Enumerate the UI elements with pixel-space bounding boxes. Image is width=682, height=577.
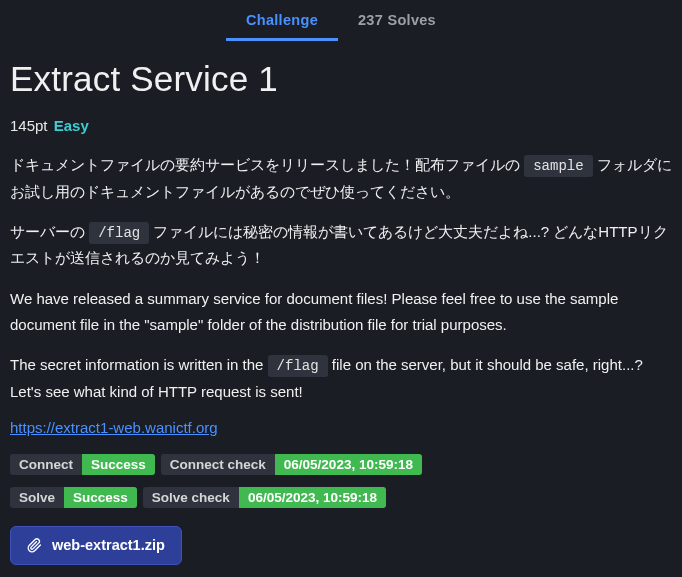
badge-label: Connect check [161,454,275,475]
desc-jp-1: ドキュメントファイルの要約サービスをリリースしました！配布ファイルの sampl… [10,152,672,205]
desc-en-1: We have released a summary service for d… [10,286,672,339]
download-label: web-extract1.zip [52,537,165,553]
code-flag: /flag [268,355,328,377]
solve-status-badge: Solve Success [10,487,137,508]
badge-value: 06/05/2023, 10:59:18 [239,487,386,508]
badge-label: Solve check [143,487,239,508]
text: The secret information is written in the [10,356,268,373]
tab-challenge[interactable]: Challenge [226,4,338,41]
desc-jp-2: サーバーの /flag ファイルには秘密の情報が書いてあるけど大丈夫だよね...… [10,219,672,272]
badge-value: Success [64,487,137,508]
page-title: Extract Service 1 [10,59,672,99]
text: サーバーの [10,223,89,240]
solve-check-badge: Solve check 06/05/2023, 10:59:18 [143,487,386,508]
text: ドキュメントファイルの要約サービスをリリースしました！配布ファイルの [10,156,524,173]
download-button[interactable]: web-extract1.zip [10,526,182,565]
difficulty-badge: Easy [54,117,89,134]
code-flag: /flag [89,222,149,244]
tab-bar: Challenge 237 Solves [0,0,682,41]
challenge-link[interactable]: https://extract1-web.wanictf.org [10,419,218,436]
badge-value: Success [82,454,155,475]
paperclip-icon [27,537,42,554]
badge-label: Solve [10,487,64,508]
points-value: 145pt [10,117,48,134]
challenge-description: ドキュメントファイルの要約サービスをリリースしました！配布ファイルの sampl… [10,152,672,405]
desc-en-2: The secret information is written in the… [10,352,672,405]
connect-status-badge: Connect Success [10,454,155,475]
badge-label: Connect [10,454,82,475]
challenge-content: Extract Service 1 145pt Easy ドキュメントファイルの… [0,41,682,575]
challenge-meta: 145pt Easy [10,117,672,134]
code-sample: sample [524,155,592,177]
status-badges: Connect Success Connect check 06/05/2023… [10,454,672,508]
tab-solves[interactable]: 237 Solves [338,4,456,41]
badge-value: 06/05/2023, 10:59:18 [275,454,422,475]
connect-check-badge: Connect check 06/05/2023, 10:59:18 [161,454,422,475]
